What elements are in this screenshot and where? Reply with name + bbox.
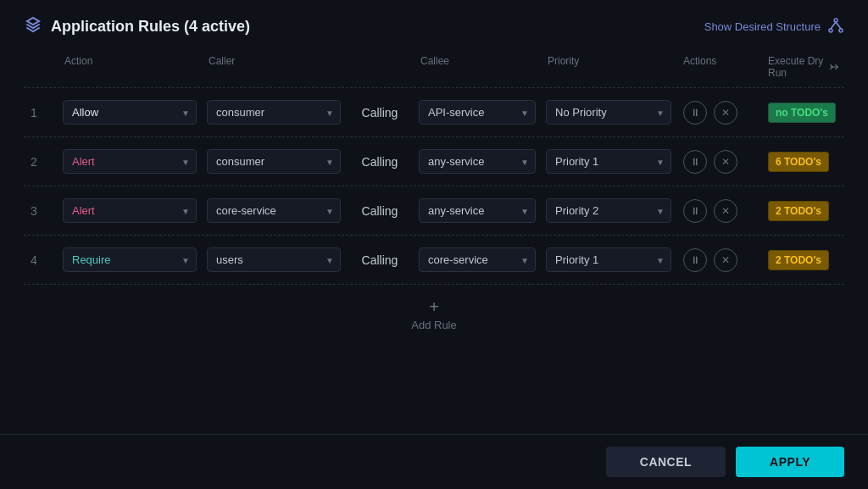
add-rule-label: Add Rule	[411, 319, 456, 331]
col-calling	[346, 52, 414, 82]
todo-badge-1-wrapper: no TODO's	[761, 106, 846, 119]
caller-select-1-wrapper: consumer core-service users ▼	[202, 100, 346, 125]
app-icon	[24, 15, 42, 38]
action-select-1-wrapper: Allow Alert Require ▼	[58, 100, 202, 125]
pause-button-4[interactable]: ⏸	[683, 248, 707, 272]
apply-button[interactable]: APPLY	[736, 447, 844, 477]
svg-line-4	[836, 22, 841, 29]
calling-label-1: Calling	[346, 106, 414, 119]
action-select-3-wrapper: Allow Alert Require ▼	[58, 198, 202, 223]
action-select-2[interactable]: Allow Alert Require	[63, 149, 197, 174]
priority-select-1-wrapper: No Priority Priority 1 Priority 2 ▼	[541, 100, 676, 125]
pause-button-2[interactable]: ⏸	[683, 150, 707, 174]
delete-button-1[interactable]: ✕	[714, 101, 737, 125]
table-row: 2 Allow Alert Require ▼ consumer core-se…	[24, 137, 844, 186]
pause-button-3[interactable]: ⏸	[683, 199, 707, 223]
callee-select-2-wrapper: API-service any-service core-service ▼	[414, 149, 541, 174]
col-action: Action	[58, 52, 202, 82]
row-num-2: 2	[24, 155, 58, 169]
action-select-4-wrapper: Allow Alert Require ▼	[58, 247, 202, 272]
show-structure-label: Show Desired Structure	[704, 20, 821, 33]
svg-point-0	[834, 19, 837, 22]
todo-badge-3-wrapper: 2 TODO's	[761, 204, 846, 217]
callee-select-4[interactable]: API-service any-service core-service	[419, 247, 536, 272]
page-title: Application Rules (4 active)	[51, 18, 250, 36]
todo-badge-4[interactable]: 2 TODO's	[768, 250, 829, 270]
caller-select-4-wrapper: consumer core-service users ▼	[202, 247, 346, 272]
row-num-3: 3	[24, 204, 58, 218]
row-num-4: 4	[24, 253, 58, 267]
caller-select-3[interactable]: consumer core-service users	[207, 198, 341, 223]
table-row: 3 Allow Alert Require ▼ consumer core-se…	[24, 186, 844, 236]
row-actions-2: ⏸ ✕	[676, 150, 761, 174]
delete-button-3[interactable]: ✕	[714, 199, 737, 223]
priority-select-3[interactable]: No Priority Priority 1 Priority 2	[546, 198, 671, 223]
priority-select-4-wrapper: No Priority Priority 1 Priority 2 ▼	[541, 247, 676, 272]
col-num	[24, 52, 58, 82]
callee-select-1[interactable]: API-service any-service core-service	[419, 100, 536, 125]
callee-select-3-wrapper: API-service any-service core-service ▼	[414, 198, 541, 223]
svg-point-1	[829, 29, 832, 32]
callee-select-1-wrapper: API-service any-service core-service ▼	[414, 100, 541, 125]
pause-button-1[interactable]: ⏸	[683, 101, 707, 125]
col-caller: Caller	[202, 52, 346, 82]
calling-label-3: Calling	[346, 204, 414, 218]
todo-badge-2[interactable]: 6 TODO's	[768, 152, 829, 172]
caller-select-3-wrapper: consumer core-service users ▼	[202, 198, 346, 223]
priority-select-2-wrapper: No Priority Priority 1 Priority 2 ▼	[541, 149, 676, 174]
svg-line-3	[831, 22, 836, 29]
action-select-2-wrapper: Allow Alert Require ▼	[58, 149, 202, 174]
todo-badge-3[interactable]: 2 TODO's	[768, 201, 829, 221]
priority-select-2[interactable]: No Priority Priority 1 Priority 2	[546, 149, 671, 174]
header-left: Application Rules (4 active)	[24, 15, 250, 38]
app-header: Application Rules (4 active) Show Desire…	[0, 0, 868, 47]
callee-select-3[interactable]: API-service any-service core-service	[419, 198, 536, 223]
footer: CANCEL APPLY	[0, 434, 868, 489]
col-actions: Actions	[676, 52, 761, 82]
calling-label-2: Calling	[346, 155, 414, 169]
callee-select-2[interactable]: API-service any-service core-service	[419, 149, 536, 174]
col-priority: Priority	[541, 52, 676, 82]
caller-select-4[interactable]: consumer core-service users	[207, 247, 341, 272]
table-header-row: Action Caller Callee Priority Actions Ex…	[24, 47, 844, 88]
priority-select-1[interactable]: No Priority Priority 1 Priority 2	[546, 100, 671, 125]
delete-button-2[interactable]: ✕	[714, 150, 737, 174]
row-actions-4: ⏸ ✕	[676, 248, 761, 272]
add-rule-button[interactable]: + Add Rule	[24, 285, 844, 345]
table-row: 4 Allow Alert Require ▼ consumer core-se…	[24, 236, 844, 285]
todo-badge-4-wrapper: 2 TODO's	[761, 253, 846, 266]
priority-select-4[interactable]: No Priority Priority 1 Priority 2	[546, 247, 671, 272]
structure-icon	[827, 17, 844, 37]
caller-select-1[interactable]: consumer core-service users	[207, 100, 341, 125]
action-select-3[interactable]: Allow Alert Require	[63, 198, 197, 223]
rules-table: Action Caller Callee Priority Actions Ex…	[0, 47, 868, 434]
col-callee: Callee	[414, 52, 541, 82]
action-select-4[interactable]: Allow Alert Require	[63, 247, 197, 272]
row-actions-3: ⏸ ✕	[676, 199, 761, 223]
caller-select-2[interactable]: consumer core-service users	[207, 149, 341, 174]
table-row: 1 Allow Alert Require ▼ consumer core-se…	[24, 88, 844, 137]
callee-select-4-wrapper: API-service any-service core-service ▼	[414, 247, 541, 272]
row-actions-1: ⏸ ✕	[676, 101, 761, 125]
todo-badge-2-wrapper: 6 TODO's	[761, 155, 846, 168]
action-select-1[interactable]: Allow Alert Require	[63, 100, 197, 125]
todo-badge-1[interactable]: no TODO's	[768, 103, 836, 123]
show-structure-btn[interactable]: Show Desired Structure	[704, 17, 844, 37]
delete-button-4[interactable]: ✕	[714, 248, 737, 272]
cancel-button[interactable]: CANCEL	[606, 447, 726, 477]
calling-label-4: Calling	[346, 253, 414, 267]
priority-select-3-wrapper: No Priority Priority 1 Priority 2 ▼	[541, 198, 676, 223]
caller-select-2-wrapper: consumer core-service users ▼	[202, 149, 346, 174]
add-icon: +	[429, 298, 439, 315]
execute-dry-run-label: Execute Dry Run	[768, 55, 825, 79]
col-execute: Execute Dry Run	[761, 52, 846, 82]
svg-point-2	[839, 29, 843, 32]
row-num-1: 1	[24, 106, 58, 119]
